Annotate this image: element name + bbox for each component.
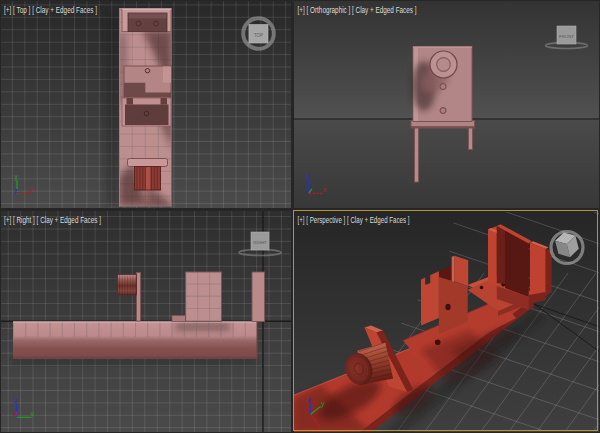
svg-text:y: y (321, 400, 325, 408)
svg-text:x: x (30, 186, 34, 193)
svg-text:x: x (14, 410, 18, 417)
svg-text:RIGHT: RIGHT (253, 240, 267, 245)
svg-text:x: x (317, 423, 321, 430)
svg-text:[+] [ Right ] [ Clay + Edged F: [+] [ Right ] [ Clay + Edged Faces ] (4, 216, 101, 225)
svg-text:[+] [ Orthographic ] [ Clay +: [+] [ Orthographic ] [ Clay + Edged Face… (298, 6, 417, 15)
svg-text:TOP: TOP (254, 33, 263, 38)
svg-text:[+] [ Perspective ] [ Clay + E: [+] [ Perspective ] [ Clay + Edged Faces… (298, 216, 410, 225)
svg-text:FRONT: FRONT (559, 34, 574, 39)
svg-text:[+] [ Top ] [ Clay + Edged Fac: [+] [ Top ] [ Clay + Edged Faces ] (4, 6, 97, 15)
svg-text:y: y (31, 410, 35, 418)
svg-text:y: y (14, 173, 18, 181)
svg-text:x: x (323, 186, 327, 193)
